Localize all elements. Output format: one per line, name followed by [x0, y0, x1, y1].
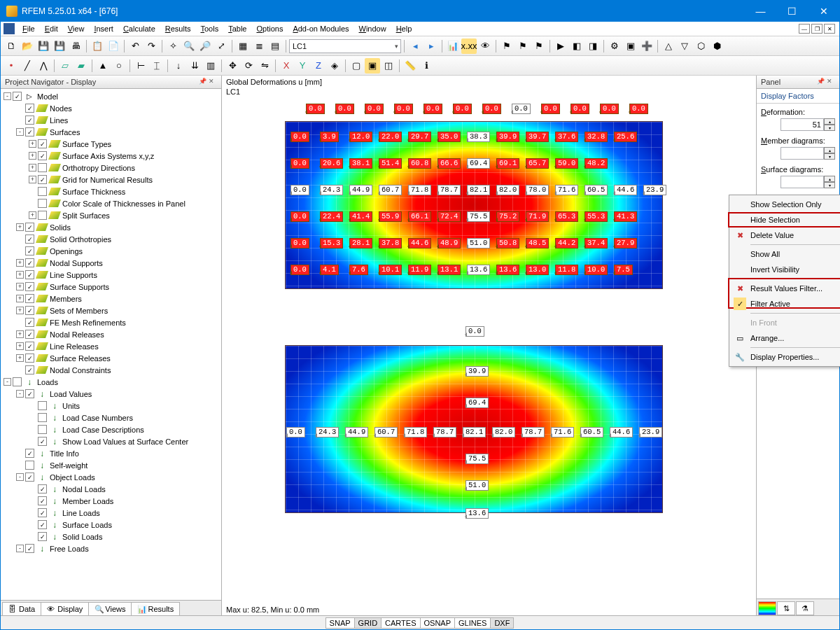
tree-checkbox[interactable] [38, 401, 47, 410]
value-label[interactable]: 37.4 [584, 238, 608, 248]
tree-item[interactable]: +Solids [1, 221, 221, 233]
load-area-icon[interactable]: ▥ [203, 58, 218, 74]
value-label[interactable]: 69.4 [467, 158, 490, 169]
value-label[interactable]: 51.0 [467, 238, 490, 248]
value-label[interactable]: 0.0 [290, 132, 309, 142]
new-icon[interactable]: 🗋 [4, 38, 19, 54]
tree-item[interactable]: +Nodal Releases [1, 328, 221, 340]
tree-item[interactable]: -↓Loads [1, 376, 221, 388]
value-label[interactable]: 44.6 [408, 238, 431, 248]
flag2-icon[interactable]: ⚑ [515, 38, 531, 54]
value-label[interactable]: 28.1 [349, 238, 372, 248]
tree-item[interactable]: ↓Show Load Values at Surface Center [1, 435, 221, 447]
tree-checkbox[interactable] [38, 175, 47, 184]
value-label[interactable]: 44.2 [555, 238, 578, 248]
nav-tab-data[interactable]: 🗄Data [2, 602, 41, 615]
save-icon[interactable]: 💾 [36, 38, 51, 54]
tree-item[interactable]: -Surfaces [1, 126, 221, 138]
value-label[interactable]: 4.1 [320, 265, 339, 275]
value-label[interactable]: 75.5 [465, 454, 489, 464]
tree-item[interactable]: ↓Load Case Numbers [1, 412, 221, 424]
expand-icon[interactable]: + [29, 140, 36, 148]
tree-item[interactable]: ↓Self-weight [1, 459, 221, 471]
menu-item-filter-active[interactable]: ✓Filter Active [731, 296, 840, 312]
value-label[interactable]: 11.8 [555, 265, 578, 275]
menu-edit[interactable]: Edit [40, 23, 63, 34]
pin-icon[interactable]: 📌 [199, 78, 207, 86]
expand-icon[interactable]: + [16, 307, 24, 314]
tree-checkbox[interactable] [25, 223, 34, 232]
value-label[interactable]: 0.0 [465, 326, 484, 337]
tree-checkbox[interactable] [38, 163, 47, 172]
value-label[interactable]: 78.0 [526, 185, 549, 195]
value-label[interactable]: 29.7 [408, 132, 431, 142]
value-label[interactable]: 27.9 [614, 238, 637, 248]
value-label[interactable]: 32.8 [584, 132, 608, 142]
menu-item-invert-visibility[interactable]: Invert Visibility [731, 262, 840, 277]
menu-item-show-selection-only[interactable]: Show Selection Only [731, 197, 840, 212]
menu-item-delete-value[interactable]: ✖Delete Value [731, 227, 840, 243]
value-label[interactable]: 75.5 [467, 211, 490, 222]
tree-item[interactable]: ↓Member Loads [1, 495, 221, 507]
tool-b-icon[interactable]: ▽ [677, 38, 692, 54]
load-node-icon[interactable]: ↓ [171, 58, 186, 74]
expand-icon[interactable]: + [29, 176, 36, 183]
tree-checkbox[interactable] [38, 139, 47, 148]
value-label[interactable]: 78.7 [438, 185, 461, 195]
tree-checkbox[interactable] [38, 484, 47, 493]
expand-icon[interactable]: + [16, 342, 24, 350]
menu-table[interactable]: Table [223, 23, 251, 34]
menu-view[interactable]: View [63, 23, 90, 34]
open-icon[interactable]: 📂 [20, 38, 35, 54]
collapse-icon[interactable]: - [4, 378, 11, 386]
value-label[interactable]: 0.0 [290, 185, 309, 195]
value-label[interactable]: 0.0 [541, 104, 560, 114]
grid-icon[interactable]: ▦ [235, 38, 251, 54]
value-label[interactable]: 66.1 [408, 211, 431, 222]
value-label[interactable]: 23.9 [643, 185, 666, 195]
tree-item[interactable]: ↓Title Info [1, 447, 221, 459]
tree-item[interactable]: ↓Nodal Loads [1, 483, 221, 495]
viewport[interactable]: Global Deformations u [mm] LC1 0.00.00.0… [222, 76, 757, 615]
value-label[interactable]: 71.9 [526, 211, 549, 222]
value-label[interactable]: 0.0 [629, 104, 648, 114]
expand-icon[interactable]: + [29, 164, 36, 172]
value-label[interactable]: 65.3 [555, 211, 578, 222]
spin-up-icon[interactable]: ▴ [824, 147, 835, 153]
value-label[interactable]: 82.0 [492, 427, 515, 438]
hinge-icon[interactable]: ○ [111, 58, 127, 74]
value-label[interactable]: 48.2 [584, 158, 608, 169]
value-label[interactable]: 75.2 [496, 211, 519, 222]
value-label[interactable]: 0.0 [600, 104, 619, 114]
tree-checkbox[interactable] [25, 544, 34, 553]
undo-icon[interactable]: ↶ [127, 38, 143, 54]
value-label[interactable]: 82.1 [463, 427, 486, 438]
value-label[interactable]: 41.4 [349, 211, 372, 222]
layers-icon[interactable]: ≣ [251, 38, 267, 54]
mirror-icon[interactable]: ⇋ [257, 58, 272, 74]
tree-item[interactable]: +Line Releases [1, 340, 221, 352]
value-label[interactable]: 39.7 [526, 132, 549, 142]
expand-icon[interactable]: + [29, 152, 36, 160]
cube-icon[interactable]: ▣ [623, 38, 638, 54]
tree-checkbox[interactable] [25, 354, 34, 363]
tool-c-icon[interactable]: ⬡ [693, 38, 708, 54]
loadcase-combo[interactable]: LC1 [289, 39, 401, 53]
tree-checkbox[interactable] [25, 365, 34, 374]
view-x-icon[interactable]: X [279, 58, 294, 74]
expand-icon[interactable]: + [16, 330, 24, 338]
value-label[interactable]: 50.8 [496, 238, 519, 248]
value-label[interactable]: 71.8 [408, 185, 431, 195]
tree-item[interactable]: -↓Free Loads [1, 542, 221, 554]
collapse-icon[interactable]: - [16, 390, 24, 398]
value-label[interactable]: 0.0 [290, 238, 309, 248]
tree-checkbox[interactable] [38, 187, 47, 196]
minimize-button[interactable]: — [745, 1, 776, 22]
value-label[interactable]: 0.0 [335, 104, 354, 114]
menu-window[interactable]: Window [354, 23, 391, 34]
tree-checkbox[interactable] [25, 461, 34, 470]
value-label[interactable]: 39.9 [465, 366, 489, 377]
value-label[interactable]: 23.9 [639, 427, 662, 438]
nav-tab-views[interactable]: 🔍Views [88, 602, 132, 615]
tree-checkbox[interactable] [25, 104, 34, 113]
